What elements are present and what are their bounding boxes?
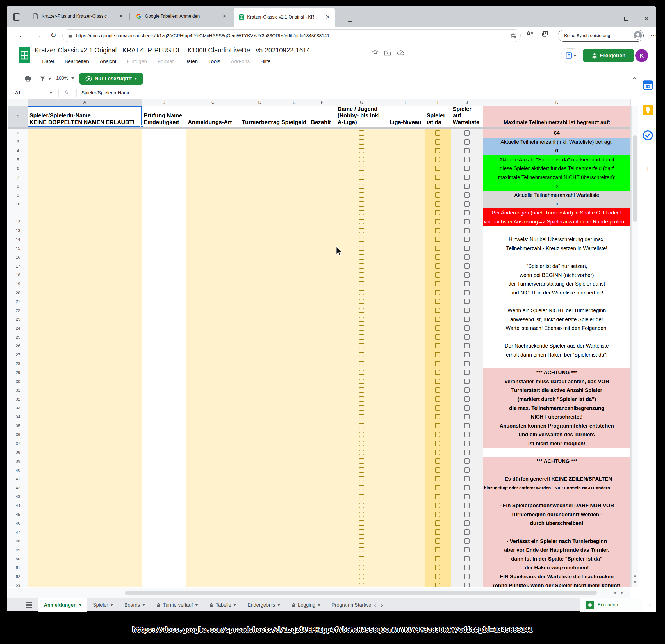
k-cell-row34[interactable]: NICHT überschreitet! bbox=[483, 412, 630, 422]
row-header-13[interactable]: 13 bbox=[8, 226, 28, 236]
header-cell-J[interactable]: Spieler auf Warteliste bbox=[451, 106, 483, 127]
checkbox-G-row20[interactable] bbox=[359, 290, 364, 295]
checkbox-I-row22[interactable] bbox=[435, 308, 440, 313]
header-cell-D[interactable]: Turnierbeitrag bbox=[240, 106, 280, 127]
sheet-tab-anmeldungen[interactable]: Anmeldungen bbox=[38, 598, 87, 612]
checkbox-J-row12[interactable] bbox=[464, 219, 470, 224]
checkbox-G-row38[interactable] bbox=[359, 450, 364, 455]
k-cell-row9[interactable]: Aktuelle Teilnehmeranzahl Warteliste bbox=[483, 191, 630, 200]
checkbox-J-row33[interactable] bbox=[464, 405, 470, 411]
k-cell-row4[interactable]: 0 bbox=[483, 146, 630, 155]
row-header-42[interactable]: 42 bbox=[8, 483, 28, 493]
browser-tab[interactable]: Kratzer-Plus und Kratzer-Classic✕ bbox=[27, 6, 128, 27]
k-cell-row44[interactable]: - Ein Spielerpositionswechsel DARF NUR V… bbox=[483, 501, 630, 510]
checkbox-I-row5[interactable] bbox=[435, 157, 440, 162]
checkbox-J-row5[interactable] bbox=[464, 157, 470, 162]
spreadsheet-grid[interactable]: ABCDEFGHIJKSpieler/Spielerin-Name KEINE … bbox=[8, 99, 631, 587]
checkbox-J-row25[interactable] bbox=[464, 334, 470, 340]
k-cell-row18[interactable]: wenn bei BEGINN (nicht vorher) bbox=[483, 271, 630, 280]
checkbox-I-row6[interactable] bbox=[435, 165, 440, 171]
k-cell-row10[interactable]: 0 bbox=[483, 200, 630, 209]
checkbox-G-row52[interactable] bbox=[359, 574, 364, 579]
row-header-8[interactable]: 8 bbox=[8, 182, 28, 191]
back-button[interactable]: ← bbox=[16, 30, 27, 41]
checkbox-I-row30[interactable] bbox=[435, 379, 440, 384]
header-cell-E[interactable]: Spielgeld bbox=[280, 106, 309, 127]
checkbox-J-row44[interactable] bbox=[464, 503, 470, 508]
calendar-icon[interactable]: 31 bbox=[643, 79, 653, 90]
checkbox-J-row6[interactable] bbox=[464, 165, 470, 171]
checkbox-J-row15[interactable] bbox=[464, 246, 470, 251]
k-cell-row24[interactable]: Warteliste nach! Ebenso mit den Folgende… bbox=[483, 324, 630, 333]
row-header-37[interactable]: 37 bbox=[8, 439, 28, 448]
minimize-button[interactable] bbox=[598, 14, 614, 24]
checkbox-I-row41[interactable] bbox=[435, 476, 440, 482]
next-sheets-icon[interactable]: › bbox=[381, 601, 383, 609]
k-cell-row28[interactable] bbox=[483, 359, 630, 368]
k-cell-row21[interactable] bbox=[483, 297, 630, 306]
checkbox-J-row2[interactable] bbox=[464, 130, 470, 136]
checkbox-G-row43[interactable] bbox=[359, 494, 364, 500]
add-addon-icon[interactable]: + bbox=[643, 164, 653, 174]
explore-icon[interactable] bbox=[586, 601, 594, 609]
checkbox-J-row22[interactable] bbox=[464, 308, 470, 313]
tasks-icon[interactable] bbox=[643, 130, 653, 141]
checkbox-I-row50[interactable] bbox=[435, 556, 440, 562]
checkbox-J-row16[interactable] bbox=[464, 254, 470, 260]
checkbox-G-row19[interactable] bbox=[359, 281, 364, 286]
sheet-tab-endergebnis[interactable]: Endergebnis bbox=[242, 598, 286, 612]
checkbox-I-row40[interactable] bbox=[435, 467, 440, 473]
checkbox-G-row28[interactable] bbox=[359, 361, 364, 366]
present-button[interactable] bbox=[561, 48, 580, 63]
checkbox-G-row5[interactable] bbox=[359, 157, 364, 162]
checkbox-J-row9[interactable] bbox=[464, 192, 470, 198]
k-cell-row27[interactable]: erhält dann einen Haken bei "Spieler ist… bbox=[483, 350, 630, 359]
checkbox-J-row50[interactable] bbox=[464, 556, 470, 562]
menu-bearbeiten[interactable]: Bearbeiten bbox=[64, 59, 89, 64]
row-header-3[interactable]: 3 bbox=[8, 138, 28, 147]
checkbox-J-row3[interactable] bbox=[464, 139, 470, 144]
collapse-toolbar-icon[interactable] bbox=[631, 75, 638, 82]
checkbox-G-row48[interactable] bbox=[359, 539, 364, 544]
checkbox-I-row23[interactable] bbox=[435, 317, 440, 322]
checkbox-G-row42[interactable] bbox=[359, 485, 364, 490]
formula-input[interactable]: Spieler/Spielerin-Name bbox=[81, 87, 643, 99]
checkbox-J-row41[interactable] bbox=[464, 476, 470, 482]
checkbox-I-row4[interactable] bbox=[435, 148, 440, 153]
checkbox-G-row53[interactable] bbox=[359, 583, 364, 587]
checkbox-J-row45[interactable] bbox=[464, 512, 470, 517]
row-header-23[interactable]: 23 bbox=[8, 315, 28, 324]
row-header-29[interactable]: 29 bbox=[8, 368, 28, 377]
checkbox-J-row46[interactable] bbox=[464, 521, 470, 526]
checkbox-I-row7[interactable] bbox=[435, 175, 440, 180]
checkbox-J-row42[interactable] bbox=[464, 485, 470, 490]
checkbox-J-row37[interactable] bbox=[464, 441, 470, 446]
checkbox-I-row2[interactable] bbox=[435, 130, 440, 136]
row-header-26[interactable]: 26 bbox=[8, 341, 28, 351]
checkbox-G-row8[interactable] bbox=[359, 183, 364, 189]
maximize-button[interactable] bbox=[619, 14, 634, 24]
checkbox-G-row14[interactable] bbox=[359, 237, 364, 242]
checkbox-I-row42[interactable] bbox=[435, 485, 440, 490]
profile-button[interactable]: Keine Synchronisierung bbox=[558, 30, 644, 42]
row-header-50[interactable]: 50 bbox=[8, 554, 28, 564]
row-header-7[interactable]: 7 bbox=[8, 173, 28, 182]
menu-datei[interactable]: Datei bbox=[42, 59, 54, 64]
readonly-mode-button[interactable]: Nur Lesezugriff bbox=[79, 73, 143, 84]
checkbox-J-row38[interactable] bbox=[464, 450, 470, 455]
checkbox-J-row47[interactable] bbox=[464, 529, 470, 535]
row-header-16[interactable]: 16 bbox=[8, 253, 28, 262]
checkbox-G-row17[interactable] bbox=[359, 263, 364, 269]
checkbox-G-row39[interactable] bbox=[359, 458, 364, 464]
header-cell-G[interactable]: Dame / Jugend (Hobby- bis inkl. A-Liga) bbox=[336, 106, 387, 127]
checkbox-G-row34[interactable] bbox=[359, 414, 364, 419]
row-header-11[interactable]: 11 bbox=[8, 208, 28, 218]
checkbox-I-row32[interactable] bbox=[435, 396, 440, 402]
k-cell-row35[interactable]: Ansonsten können Programmfehler entstehe… bbox=[483, 422, 630, 430]
filter-chevron-icon[interactable] bbox=[48, 78, 51, 80]
k-cell-row42[interactable]: hinzugefügt oder entfernt werden - NIE! … bbox=[483, 483, 630, 492]
row-header-34[interactable]: 34 bbox=[8, 412, 28, 422]
header-cell-F[interactable]: Bezahlt bbox=[309, 106, 336, 127]
row-header-18[interactable]: 18 bbox=[8, 271, 28, 280]
checkbox-G-row49[interactable] bbox=[359, 547, 364, 552]
